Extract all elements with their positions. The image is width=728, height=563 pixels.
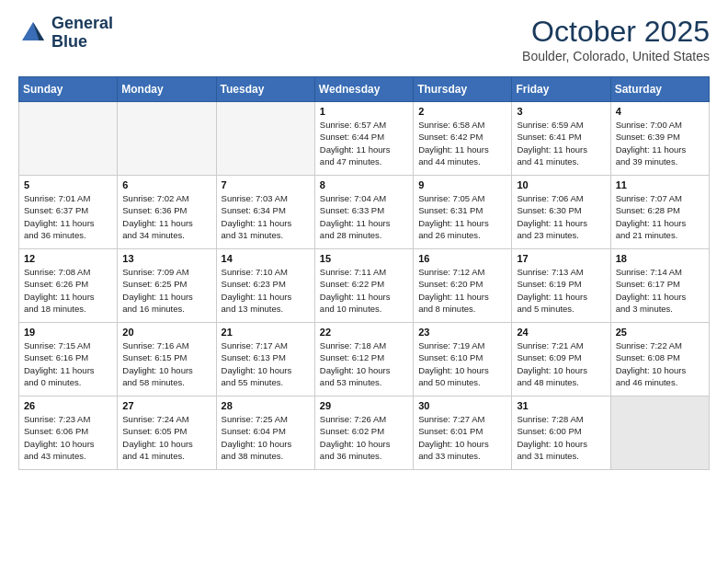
day-info: Sunrise: 7:16 AM Sunset: 6:15 PM Dayligh… bbox=[122, 339, 210, 388]
month-title: October 2025 bbox=[522, 15, 710, 49]
calendar-cell bbox=[118, 102, 216, 176]
weekday-header-thursday: Thursday bbox=[414, 77, 512, 102]
location: Boulder, Colorado, United States bbox=[522, 49, 710, 63]
day-info: Sunrise: 7:08 AM Sunset: 6:26 PM Dayligh… bbox=[24, 266, 112, 315]
day-info: Sunrise: 7:13 AM Sunset: 6:19 PM Dayligh… bbox=[517, 266, 605, 315]
calendar-cell: 22Sunrise: 7:18 AM Sunset: 6:12 PM Dayli… bbox=[314, 323, 413, 396]
day-number: 9 bbox=[418, 179, 506, 190]
day-info: Sunrise: 7:19 AM Sunset: 6:10 PM Dayligh… bbox=[418, 339, 506, 388]
calendar-cell: 28Sunrise: 7:25 AM Sunset: 6:04 PM Dayli… bbox=[216, 396, 314, 470]
day-info: Sunrise: 7:06 AM Sunset: 6:30 PM Dayligh… bbox=[517, 192, 605, 241]
weekday-header-sunday: Sunday bbox=[19, 77, 118, 102]
calendar-cell: 12Sunrise: 7:08 AM Sunset: 6:26 PM Dayli… bbox=[19, 249, 118, 323]
day-number: 7 bbox=[222, 179, 310, 190]
calendar-cell: 5Sunrise: 7:01 AM Sunset: 6:37 PM Daylig… bbox=[19, 176, 118, 249]
page-header: General Blue October 2025 Boulder, Color… bbox=[18, 15, 710, 63]
day-info: Sunrise: 7:21 AM Sunset: 6:09 PM Dayligh… bbox=[517, 339, 605, 388]
day-info: Sunrise: 7:04 AM Sunset: 6:33 PM Dayligh… bbox=[320, 192, 408, 241]
title-block: October 2025 Boulder, Colorado, United S… bbox=[522, 15, 710, 63]
day-info: Sunrise: 7:01 AM Sunset: 6:37 PM Dayligh… bbox=[24, 192, 112, 241]
day-info: Sunrise: 7:17 AM Sunset: 6:13 PM Dayligh… bbox=[222, 339, 310, 388]
calendar-cell: 30Sunrise: 7:27 AM Sunset: 6:01 PM Dayli… bbox=[414, 396, 512, 470]
week-row-3: 12Sunrise: 7:08 AM Sunset: 6:26 PM Dayli… bbox=[19, 249, 710, 323]
day-number: 31 bbox=[517, 400, 605, 411]
day-info: Sunrise: 7:14 AM Sunset: 6:17 PM Dayligh… bbox=[616, 266, 704, 315]
day-number: 30 bbox=[418, 400, 506, 411]
calendar-cell: 3Sunrise: 6:59 AM Sunset: 6:41 PM Daylig… bbox=[512, 102, 610, 176]
day-info: Sunrise: 7:03 AM Sunset: 6:34 PM Dayligh… bbox=[222, 192, 310, 241]
calendar-cell bbox=[610, 396, 709, 470]
weekday-header-friday: Friday bbox=[512, 77, 610, 102]
day-number: 6 bbox=[122, 179, 210, 190]
day-number: 28 bbox=[222, 400, 310, 411]
day-number: 10 bbox=[517, 179, 605, 190]
weekday-header-row: SundayMondayTuesdayWednesdayThursdayFrid… bbox=[19, 77, 710, 102]
day-number: 29 bbox=[320, 400, 408, 411]
day-info: Sunrise: 7:12 AM Sunset: 6:20 PM Dayligh… bbox=[418, 266, 506, 315]
calendar-cell: 31Sunrise: 7:28 AM Sunset: 6:00 PM Dayli… bbox=[512, 396, 610, 470]
day-number: 11 bbox=[616, 179, 704, 190]
day-info: Sunrise: 7:25 AM Sunset: 6:04 PM Dayligh… bbox=[222, 413, 310, 462]
day-info: Sunrise: 7:24 AM Sunset: 6:05 PM Dayligh… bbox=[122, 413, 210, 462]
day-number: 25 bbox=[616, 327, 704, 338]
calendar-cell: 7Sunrise: 7:03 AM Sunset: 6:34 PM Daylig… bbox=[216, 176, 314, 249]
logo-text: General Blue bbox=[51, 15, 113, 52]
day-number: 23 bbox=[418, 327, 506, 338]
day-info: Sunrise: 7:11 AM Sunset: 6:22 PM Dayligh… bbox=[320, 266, 408, 315]
calendar-cell: 6Sunrise: 7:02 AM Sunset: 6:36 PM Daylig… bbox=[118, 176, 216, 249]
day-info: Sunrise: 7:27 AM Sunset: 6:01 PM Dayligh… bbox=[418, 413, 506, 462]
day-info: Sunrise: 7:18 AM Sunset: 6:12 PM Dayligh… bbox=[320, 339, 408, 388]
week-row-2: 5Sunrise: 7:01 AM Sunset: 6:37 PM Daylig… bbox=[19, 176, 710, 249]
calendar-cell: 16Sunrise: 7:12 AM Sunset: 6:20 PM Dayli… bbox=[414, 249, 512, 323]
calendar-cell: 25Sunrise: 7:22 AM Sunset: 6:08 PM Dayli… bbox=[610, 323, 709, 396]
day-info: Sunrise: 6:59 AM Sunset: 6:41 PM Dayligh… bbox=[517, 119, 605, 167]
calendar-cell: 9Sunrise: 7:05 AM Sunset: 6:31 PM Daylig… bbox=[414, 176, 512, 249]
calendar-cell: 18Sunrise: 7:14 AM Sunset: 6:17 PM Dayli… bbox=[610, 249, 709, 323]
calendar-cell: 27Sunrise: 7:24 AM Sunset: 6:05 PM Dayli… bbox=[118, 396, 216, 470]
day-info: Sunrise: 7:28 AM Sunset: 6:00 PM Dayligh… bbox=[517, 413, 605, 462]
week-row-4: 19Sunrise: 7:15 AM Sunset: 6:16 PM Dayli… bbox=[19, 323, 710, 396]
day-info: Sunrise: 7:05 AM Sunset: 6:31 PM Dayligh… bbox=[418, 192, 506, 241]
week-row-5: 26Sunrise: 7:23 AM Sunset: 6:06 PM Dayli… bbox=[19, 396, 710, 470]
weekday-header-saturday: Saturday bbox=[610, 77, 709, 102]
day-number: 24 bbox=[517, 327, 605, 338]
calendar-table: SundayMondayTuesdayWednesdayThursdayFrid… bbox=[18, 76, 710, 470]
day-info: Sunrise: 7:07 AM Sunset: 6:28 PM Dayligh… bbox=[616, 192, 704, 241]
day-number: 19 bbox=[24, 327, 112, 338]
day-number: 15 bbox=[320, 253, 408, 264]
calendar-cell: 11Sunrise: 7:07 AM Sunset: 6:28 PM Dayli… bbox=[610, 176, 709, 249]
day-number: 1 bbox=[320, 106, 408, 117]
weekday-header-wednesday: Wednesday bbox=[314, 77, 413, 102]
day-number: 12 bbox=[24, 253, 112, 264]
week-row-1: 1Sunrise: 6:57 AM Sunset: 6:44 PM Daylig… bbox=[19, 102, 710, 176]
logo-icon bbox=[18, 18, 48, 48]
weekday-header-tuesday: Tuesday bbox=[216, 77, 314, 102]
day-info: Sunrise: 7:10 AM Sunset: 6:23 PM Dayligh… bbox=[222, 266, 310, 315]
day-info: Sunrise: 7:02 AM Sunset: 6:36 PM Dayligh… bbox=[122, 192, 210, 241]
calendar-cell: 17Sunrise: 7:13 AM Sunset: 6:19 PM Dayli… bbox=[512, 249, 610, 323]
day-info: Sunrise: 7:15 AM Sunset: 6:16 PM Dayligh… bbox=[24, 339, 112, 388]
day-info: Sunrise: 7:00 AM Sunset: 6:39 PM Dayligh… bbox=[616, 119, 704, 167]
calendar-cell: 20Sunrise: 7:16 AM Sunset: 6:15 PM Dayli… bbox=[118, 323, 216, 396]
day-number: 22 bbox=[320, 327, 408, 338]
day-number: 21 bbox=[222, 327, 310, 338]
day-number: 8 bbox=[320, 179, 408, 190]
day-number: 2 bbox=[418, 106, 506, 117]
calendar-cell: 14Sunrise: 7:10 AM Sunset: 6:23 PM Dayli… bbox=[216, 249, 314, 323]
day-number: 26 bbox=[24, 400, 112, 411]
day-info: Sunrise: 6:58 AM Sunset: 6:42 PM Dayligh… bbox=[418, 119, 506, 167]
day-number: 17 bbox=[517, 253, 605, 264]
day-info: Sunrise: 7:22 AM Sunset: 6:08 PM Dayligh… bbox=[616, 339, 704, 388]
calendar-cell: 23Sunrise: 7:19 AM Sunset: 6:10 PM Dayli… bbox=[414, 323, 512, 396]
day-number: 18 bbox=[616, 253, 704, 264]
calendar-cell: 21Sunrise: 7:17 AM Sunset: 6:13 PM Dayli… bbox=[216, 323, 314, 396]
day-info: Sunrise: 7:26 AM Sunset: 6:02 PM Dayligh… bbox=[320, 413, 408, 462]
logo: General Blue bbox=[18, 15, 113, 52]
day-number: 4 bbox=[616, 106, 704, 117]
day-number: 16 bbox=[418, 253, 506, 264]
calendar-cell bbox=[19, 102, 118, 176]
calendar-cell: 26Sunrise: 7:23 AM Sunset: 6:06 PM Dayli… bbox=[19, 396, 118, 470]
calendar-cell: 19Sunrise: 7:15 AM Sunset: 6:16 PM Dayli… bbox=[19, 323, 118, 396]
calendar-cell: 2Sunrise: 6:58 AM Sunset: 6:42 PM Daylig… bbox=[414, 102, 512, 176]
day-number: 20 bbox=[122, 327, 210, 338]
